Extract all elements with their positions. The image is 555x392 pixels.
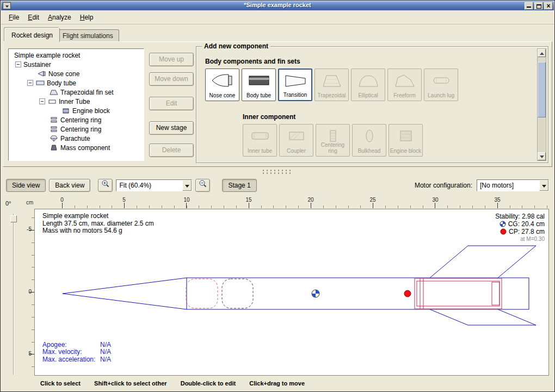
bulkhead-icon: [354, 127, 384, 145]
nose-cone-button[interactable]: Nose cone: [205, 69, 239, 101]
trapezoidal-fin-button[interactable]: Trapezoidal: [314, 69, 349, 101]
centering-ring-icon: [49, 126, 59, 133]
window-title: *Simple example rocket: [1, 2, 554, 8]
fin-set-icon: [49, 89, 59, 96]
stage-1-toggle[interactable]: Stage 1: [222, 179, 256, 192]
engine-block-button[interactable]: Engine block: [388, 124, 423, 157]
tree-item-sustainer[interactable]: Sustainer: [10, 60, 144, 69]
zoom-in-icon: [101, 179, 109, 191]
tree-item-rocket[interactable]: Simple example rocket: [10, 51, 144, 60]
inner-section-label: Inner component: [243, 113, 295, 121]
h-ruler-label: 5: [118, 197, 131, 203]
zoom-out-button[interactable]: [195, 179, 210, 192]
nose-cone-icon: [37, 70, 47, 77]
transition-button[interactable]: Transition: [278, 69, 312, 101]
max-velocity-value: N/A: [100, 349, 111, 356]
inner-tube-button[interactable]: Inner tube: [243, 124, 277, 157]
rocket-design-panel: Simple example rocket Sustainer Nose con…: [3, 41, 552, 167]
delete-button[interactable]: Delete: [149, 144, 194, 157]
tree-item-centering-ring-2[interactable]: Centering ring: [10, 125, 144, 134]
collapse-icon[interactable]: [15, 61, 21, 67]
side-view-button[interactable]: Side view: [6, 179, 46, 192]
component-scrollbar[interactable]: [537, 48, 546, 161]
body-tube-icon: [35, 79, 45, 86]
h-ruler-label: 10: [180, 197, 193, 203]
bulkhead-button[interactable]: Bulkhead: [352, 124, 386, 157]
apogee-label: Apogee:: [42, 341, 100, 349]
tab-flight-simulations[interactable]: Flight simulations: [57, 29, 119, 41]
component-tree[interactable]: Simple example rocket Sustainer Nose con…: [8, 48, 144, 161]
engine-block-icon: [61, 107, 71, 114]
tree-item-centering-ring-1[interactable]: Centering ring: [10, 115, 144, 125]
menu-help[interactable]: Help: [76, 12, 98, 23]
h-ruler-label: 0: [55, 197, 69, 203]
body-tube-button[interactable]: Body tube: [242, 69, 276, 101]
slider-handle[interactable]: [10, 215, 17, 222]
tree-item-fin-set[interactable]: Trapezoidal fin set: [10, 88, 144, 97]
menu-file[interactable]: File: [4, 12, 23, 23]
tree-item-inner-tube[interactable]: Inner Tube: [10, 97, 144, 106]
launch-lug-icon: [426, 71, 456, 89]
back-view-button[interactable]: Back view: [49, 179, 90, 192]
coupler-icon: [281, 127, 311, 145]
divider-grip-icon: [262, 172, 293, 174]
zoom-in-button[interactable]: [98, 179, 113, 192]
collapse-icon[interactable]: [39, 98, 45, 104]
tree-item-parachute[interactable]: Parachute: [10, 134, 144, 143]
apogee-value: N/A: [100, 341, 111, 349]
scroll-up-icon[interactable]: [538, 49, 546, 57]
tree-item-body-tube[interactable]: Body tube: [10, 78, 144, 88]
scroll-down-icon[interactable]: [538, 152, 546, 160]
rotation-slider[interactable]: [10, 214, 18, 375]
motor-configuration-select[interactable]: [No motors]: [477, 179, 549, 191]
elliptical-fin-icon: [353, 71, 383, 89]
rocket-canvas[interactable]: Simple example rocket Length 37.5 cm, ma…: [34, 209, 549, 376]
menubar: File Edit Analyze Help: [1, 10, 554, 24]
tree-item-label: Engine block: [72, 107, 110, 115]
menu-edit[interactable]: Edit: [23, 12, 44, 23]
tree-item-nose-cone[interactable]: Nose cone: [10, 69, 144, 78]
menu-analyze[interactable]: Analyze: [44, 12, 76, 23]
scrollbar-thumb[interactable]: [538, 62, 546, 117]
move-up-button[interactable]: Move up: [149, 53, 194, 66]
tree-item-label: Simple example rocket: [14, 52, 80, 59]
move-down-button[interactable]: Move down: [149, 72, 194, 86]
tree-item-label: Trapezoidal fin set: [60, 89, 114, 96]
chevron-down-icon[interactable]: [182, 180, 192, 191]
add-component-group: Add new component Body components and fi…: [196, 46, 548, 163]
edit-button[interactable]: Edit: [149, 97, 194, 110]
tree-item-mass-component[interactable]: Mass component: [10, 143, 144, 152]
tab-rocket-design[interactable]: Rocket design: [4, 28, 60, 42]
h-ruler-label: 15: [242, 197, 255, 203]
split-divider[interactable]: [3, 167, 552, 176]
app-window: *Simple example rocket File Edit Analyze…: [0, 0, 555, 392]
close-button[interactable]: [544, 2, 553, 10]
zoom-select-value: Fit (60.4%): [116, 182, 182, 189]
vertical-ruler: -5 0 5: [24, 209, 34, 376]
tree-item-label: Mass component: [60, 144, 110, 152]
tabbar: Rocket design Flight simulations: [3, 25, 552, 41]
freeform-fin-button[interactable]: Freeform: [387, 69, 422, 101]
centering-ring-button[interactable]: Centering ring: [316, 124, 350, 157]
hint-shift-click: Shift+click to select other: [94, 380, 167, 387]
rocket-name: Simple example rocket: [42, 213, 154, 220]
statusbar: Click to select Shift+click to select ot…: [1, 376, 554, 391]
maximize-button[interactable]: [534, 2, 543, 10]
coupler-button[interactable]: Coupler: [279, 124, 313, 157]
zoom-select[interactable]: Fit (60.4%): [116, 179, 192, 191]
tree-item-engine-block[interactable]: Engine block: [10, 106, 144, 115]
minimize-button[interactable]: [525, 2, 533, 10]
cg-marker: [312, 290, 319, 297]
launch-lug-button[interactable]: Launch lug: [424, 69, 458, 101]
collapse-icon[interactable]: [27, 80, 33, 86]
elliptical-fin-button[interactable]: Elliptical: [351, 69, 385, 101]
chevron-down-icon[interactable]: [539, 180, 548, 191]
view-toolbar: Side view Back view Fit (60.4%) Stage 1 …: [6, 178, 549, 193]
nose-cone-icon: [207, 71, 237, 89]
rocket-dimensions: Length 37.5 cm, max. diameter 2.5 cm: [42, 220, 154, 228]
slider-track: [13, 214, 14, 375]
motor-configuration-label: Motor configuration:: [415, 182, 472, 189]
minimize-icon: [527, 7, 531, 8]
new-stage-button[interactable]: New stage: [149, 121, 194, 135]
ruler-ticks: [34, 202, 549, 208]
